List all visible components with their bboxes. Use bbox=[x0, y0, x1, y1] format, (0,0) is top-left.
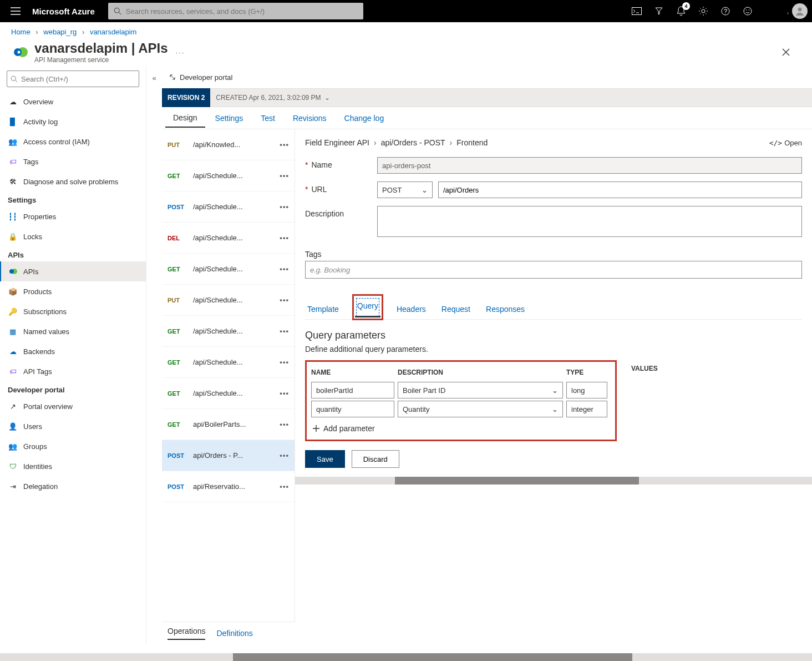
operation-row[interactable]: POST api/Reservatio... ••• bbox=[162, 471, 295, 502]
nav-portal-overview[interactable]: ↗Portal overview bbox=[0, 396, 146, 416]
more-icon[interactable]: ••• bbox=[280, 203, 289, 211]
more-icon[interactable]: ••• bbox=[280, 451, 289, 460]
sect-query[interactable]: Query bbox=[355, 297, 380, 317]
tab-design[interactable]: Design bbox=[165, 109, 205, 128]
operation-row[interactable]: POST api/Orders - P... ••• bbox=[162, 440, 295, 471]
tags-input[interactable]: e.g. Booking bbox=[305, 261, 802, 279]
operation-path: /api/Schedule... bbox=[193, 234, 277, 242]
crumb-rg[interactable]: webapi_rg bbox=[43, 28, 77, 36]
url-method-select[interactable]: POST⌄ bbox=[377, 181, 433, 198]
feedback-icon[interactable] bbox=[737, 0, 759, 22]
sect-responses[interactable]: Responses bbox=[484, 300, 527, 319]
operation-row[interactable]: GET /api/Schedule... ••• bbox=[162, 316, 295, 347]
nav-overview[interactable]: ☁Overview bbox=[0, 92, 146, 112]
more-icon[interactable]: ••• bbox=[280, 358, 289, 366]
help-icon[interactable]: ? bbox=[714, 0, 737, 22]
operations-list[interactable]: PUT /api/Knowled... •••GET /api/Schedule… bbox=[162, 129, 295, 622]
operation-row[interactable]: PUT /api/Schedule... ••• bbox=[162, 285, 295, 316]
crumb-resource[interactable]: vanarsdelapim bbox=[90, 28, 137, 36]
nav-users[interactable]: 👤Users bbox=[0, 416, 146, 436]
detail-crumb-api[interactable]: Field Engineer API bbox=[305, 138, 369, 147]
param-name-input[interactable]: boilerPartId bbox=[311, 382, 394, 398]
operation-row[interactable]: GET /api/Schedule... ••• bbox=[162, 254, 295, 285]
revision-badge[interactable]: REVISION 2 bbox=[162, 88, 210, 107]
horizontal-scrollbar[interactable] bbox=[295, 477, 812, 485]
discard-button[interactable]: Discard bbox=[352, 450, 399, 468]
global-search[interactable] bbox=[108, 3, 363, 19]
nav-properties[interactable]: ┇┇Properties bbox=[0, 206, 146, 226]
more-icon[interactable]: ••• bbox=[280, 140, 289, 149]
sect-request[interactable]: Request bbox=[439, 300, 473, 319]
directory-filter-icon[interactable] bbox=[648, 0, 670, 22]
more-icon[interactable]: ••• bbox=[280, 171, 289, 180]
operation-row[interactable]: PUT /api/Knowled... ••• bbox=[162, 129, 295, 160]
param-type-input[interactable]: long bbox=[566, 382, 607, 398]
param-desc-input[interactable]: Boiler Part ID⌄ bbox=[398, 382, 563, 398]
more-icon[interactable]: ••• bbox=[280, 265, 289, 273]
developer-portal-link[interactable]: Developer portal bbox=[162, 66, 812, 88]
operation-row[interactable]: GET /api/Schedule... ••• bbox=[162, 347, 295, 378]
menu-search-input[interactable] bbox=[21, 75, 135, 83]
tab-revisions[interactable]: Revisions bbox=[285, 109, 334, 127]
operation-row[interactable]: GET api/BoilerParts... ••• bbox=[162, 409, 295, 440]
window-horizontal-scrollbar[interactable] bbox=[0, 653, 812, 661]
settings-icon[interactable] bbox=[692, 0, 714, 22]
nav-apis[interactable]: APIs bbox=[0, 261, 146, 281]
nav-identities[interactable]: 🛡Identities bbox=[0, 456, 146, 476]
operation-row[interactable]: POST /api/Schedule... ••• bbox=[162, 191, 295, 223]
description-input[interactable] bbox=[377, 206, 802, 237]
nav-delegation[interactable]: ⇥Delegation bbox=[0, 476, 146, 496]
param-name-input[interactable]: quantity bbox=[311, 401, 394, 417]
nav-diagnose[interactable]: 🛠Diagnose and solve problems bbox=[0, 171, 146, 191]
account-button[interactable]: , bbox=[759, 0, 808, 22]
chevron-down-icon[interactable]: ⌄ bbox=[324, 94, 330, 102]
collapse-button[interactable]: « bbox=[146, 66, 162, 644]
param-type-input[interactable]: integer bbox=[566, 401, 607, 417]
cloud-shell-icon[interactable] bbox=[626, 0, 648, 22]
crumb-home[interactable]: Home bbox=[11, 28, 31, 36]
tab-settings[interactable]: Settings bbox=[207, 109, 251, 127]
more-icon[interactable]: ••• bbox=[280, 482, 289, 491]
detail-crumb-op[interactable]: api/Orders - POST bbox=[381, 138, 445, 147]
content-columns: ☁Overview ▉Activity log 👥Access control … bbox=[0, 66, 812, 644]
tab-definitions[interactable]: Definitions bbox=[216, 629, 252, 638]
url-input[interactable] bbox=[438, 181, 802, 198]
operation-row[interactable]: GET /api/Schedule... ••• bbox=[162, 378, 295, 409]
more-icon[interactable]: ••• bbox=[280, 327, 289, 335]
tab-test[interactable]: Test bbox=[253, 109, 283, 127]
nav-named-values[interactable]: ▦Named values bbox=[0, 321, 146, 341]
nav-groups[interactable]: 👥Groups bbox=[0, 436, 146, 456]
menu-button[interactable] bbox=[4, 0, 27, 22]
nav-access-control[interactable]: 👥Access control (IAM) bbox=[0, 132, 146, 152]
nav-products[interactable]: 📦Products bbox=[0, 281, 146, 301]
global-search-input[interactable] bbox=[126, 7, 358, 16]
sect-template[interactable]: Template bbox=[305, 300, 341, 319]
operation-row[interactable]: DEL /api/Schedule... ••• bbox=[162, 223, 295, 254]
close-button[interactable] bbox=[782, 48, 790, 56]
tab-operations[interactable]: Operations bbox=[168, 627, 205, 640]
nav-activity-log[interactable]: ▉Activity log bbox=[0, 112, 146, 132]
nav-backends[interactable]: ☁Backends bbox=[0, 341, 146, 361]
more-icon[interactable]: ••• bbox=[280, 420, 289, 428]
nav-locks[interactable]: 🔒Locks bbox=[0, 226, 146, 246]
more-icon[interactable]: ••• bbox=[280, 234, 289, 242]
nav-tags[interactable]: 🏷Tags bbox=[0, 152, 146, 171]
more-icon[interactable]: ··· bbox=[176, 48, 185, 57]
add-parameter-button[interactable]: Add parameter bbox=[309, 418, 613, 434]
chevron-down-icon[interactable]: ⌄ bbox=[552, 405, 558, 413]
nav-subscriptions[interactable]: 🔑Subscriptions bbox=[0, 301, 146, 321]
operation-row[interactable]: GET /api/Schedule... ••• bbox=[162, 160, 295, 191]
chevron-down-icon[interactable]: ⌄ bbox=[552, 386, 558, 395]
menu-search[interactable] bbox=[7, 70, 139, 87]
method-badge: PUT bbox=[168, 142, 193, 148]
param-desc-input[interactable]: Quantity⌄ bbox=[398, 401, 563, 417]
save-button[interactable]: Save bbox=[305, 450, 345, 468]
more-icon[interactable]: ••• bbox=[280, 389, 289, 397]
open-button[interactable]: </>Open bbox=[769, 139, 802, 147]
notifications-icon[interactable]: 4 bbox=[670, 0, 692, 22]
nav-api-tags[interactable]: 🏷API Tags bbox=[0, 361, 146, 381]
name-input[interactable] bbox=[377, 157, 802, 174]
tab-change-log[interactable]: Change log bbox=[337, 109, 392, 127]
sect-headers[interactable]: Headers bbox=[394, 300, 428, 319]
more-icon[interactable]: ••• bbox=[280, 296, 289, 304]
